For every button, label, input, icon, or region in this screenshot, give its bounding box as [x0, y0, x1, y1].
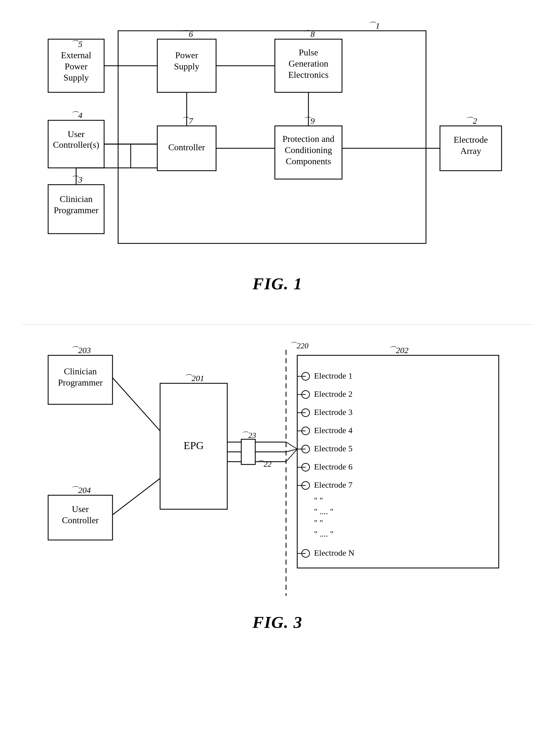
- svg-text:Programmer: Programmer: [58, 377, 103, 388]
- svg-text:⌒204: ⌒204: [70, 485, 91, 495]
- svg-text:⌒8: ⌒8: [302, 29, 314, 39]
- svg-text:Power: Power: [175, 50, 198, 60]
- svg-line-94: [113, 479, 160, 515]
- svg-text:"    ": " ": [314, 495, 323, 505]
- svg-text:Electronics: Electronics: [288, 70, 329, 80]
- svg-text:"    ": " ": [314, 518, 323, 527]
- svg-text:Supply: Supply: [63, 73, 89, 83]
- svg-text:Electrode  5: Electrode 5: [314, 444, 352, 453]
- svg-text:Electrode  1: Electrode 1: [314, 371, 352, 380]
- svg-text:⌒6: ⌒6: [180, 29, 193, 39]
- svg-text:Electrode  2: Electrode 2: [314, 389, 352, 398]
- svg-text:Array: Array: [460, 146, 481, 156]
- svg-text:" .... ": " .... ": [314, 507, 334, 516]
- fig1-diagram: ⌒1 ⌒5 External Power Supply ⌒6 Power Sup…: [40, 17, 516, 269]
- svg-rect-0: [118, 31, 426, 243]
- svg-text:Electrode  7: Electrode 7: [314, 480, 352, 489]
- svg-text:User: User: [72, 504, 89, 514]
- svg-text:Components: Components: [286, 156, 331, 166]
- svg-text:Power: Power: [65, 61, 88, 71]
- svg-text:Electrode N: Electrode N: [314, 548, 354, 558]
- svg-text:Electrode  3: Electrode 3: [314, 407, 352, 416]
- svg-text:Clinician: Clinician: [59, 194, 92, 204]
- fig3-title: FIG. 3: [252, 613, 303, 632]
- svg-text:⌒1: ⌒1: [367, 21, 380, 30]
- svg-text:User: User: [68, 129, 85, 139]
- svg-line-104: [286, 449, 297, 462]
- fig3-diagram: ⌒203 Clinician Programmer ⌒201 EPG ⌒204 …: [40, 333, 516, 607]
- svg-text:Electrode  6: Electrode 6: [314, 462, 352, 471]
- svg-text:Electrode  4: Electrode 4: [314, 426, 352, 435]
- svg-text:⌒220: ⌒220: [289, 341, 308, 350]
- svg-text:⌒203: ⌒203: [70, 346, 91, 355]
- page: ⌒1 ⌒5 External Power Supply ⌒6 Power Sup…: [0, 0, 555, 756]
- svg-text:⌒2: ⌒2: [464, 116, 477, 125]
- svg-text:⌒22: ⌒22: [256, 460, 271, 469]
- svg-text:Controller: Controller: [62, 515, 99, 525]
- svg-line-93: [113, 378, 160, 431]
- svg-text:Controller(s): Controller(s): [53, 140, 99, 150]
- svg-text:Conditioning: Conditioning: [285, 145, 332, 155]
- svg-text:⌒23: ⌒23: [241, 431, 256, 440]
- fig1-container: ⌒1 ⌒5 External Power Supply ⌒6 Power Sup…: [23, 17, 532, 305]
- svg-text:Electrode: Electrode: [454, 135, 488, 145]
- svg-text:Controller: Controller: [168, 142, 205, 152]
- svg-text:Supply: Supply: [174, 61, 199, 71]
- svg-text:⌒201: ⌒201: [183, 373, 204, 383]
- svg-text:" .... ": " .... ": [314, 529, 334, 538]
- svg-text:⌒4: ⌒4: [70, 110, 82, 120]
- svg-text:⌒202: ⌒202: [387, 346, 408, 355]
- svg-text:Pulse: Pulse: [299, 47, 318, 57]
- svg-text:External: External: [61, 50, 91, 60]
- svg-line-102: [286, 442, 297, 449]
- svg-rect-59: [241, 439, 255, 464]
- svg-text:Programmer: Programmer: [54, 205, 98, 215]
- svg-text:⌒5: ⌒5: [70, 39, 82, 49]
- svg-text:EPG: EPG: [184, 440, 204, 451]
- fig1-title: FIG. 1: [252, 274, 303, 294]
- svg-text:Generation: Generation: [288, 58, 328, 69]
- svg-text:Protection and: Protection and: [283, 134, 335, 144]
- svg-text:Clinician: Clinician: [64, 366, 96, 376]
- fig3-container: ⌒203 Clinician Programmer ⌒201 EPG ⌒204 …: [23, 333, 532, 643]
